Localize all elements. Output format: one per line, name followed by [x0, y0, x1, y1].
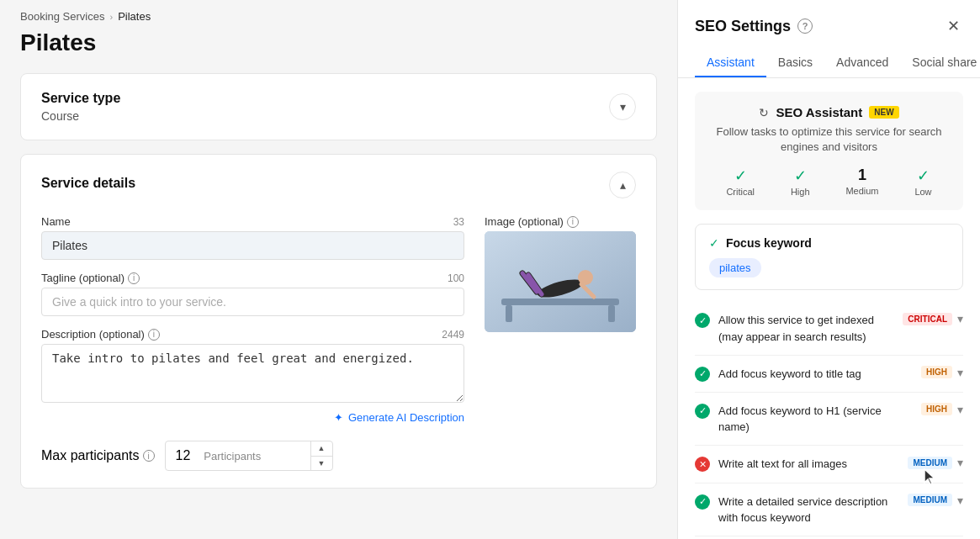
stat-medium-label: Medium [845, 186, 878, 196]
service-image[interactable] [485, 231, 636, 332]
task-item-alt-text: ✕ Write alt text for all images MEDIUM ▾ [695, 446, 963, 483]
task-item-description: ✓ Write a detailed service description w… [695, 484, 963, 536]
service-type-value: Course [41, 109, 120, 123]
check-circle-green-icon: ✓ [695, 313, 710, 328]
stats-row: ✓ Critical ✓ High 1 Medium ✓ Low [708, 166, 950, 197]
tasks-list: ✓ Allow this service to get indexed (may… [695, 302, 963, 539]
service-details-toggle[interactable]: ▴ [609, 172, 636, 198]
task-alt-text-expand[interactable]: ▾ [957, 456, 963, 469]
task-h1-badge: HIGH [921, 403, 952, 415]
svg-rect-2 [506, 305, 512, 322]
chevron-down-icon: ▾ [620, 100, 626, 114]
left-panel: Booking Services › Pilates Pilates Servi… [0, 0, 677, 539]
task-indexing-expand[interactable]: ▾ [957, 312, 963, 325]
stat-high-label: High [791, 187, 810, 197]
task-h1-right: HIGH ▾ [921, 403, 963, 416]
max-participants-info-icon[interactable]: i [143, 450, 155, 462]
stat-critical-label: Critical [726, 187, 755, 197]
breadcrumb-parent[interactable]: Booking Services [20, 10, 104, 23]
task-item-indexing: ✓ Allow this service to get indexed (may… [695, 302, 963, 355]
stat-low: ✓ Low [914, 166, 931, 197]
task-title-tag-right: HIGH ▾ [921, 366, 963, 379]
task-item-title-tag: ✓ Add focus keyword to title tag HIGH ▾ [695, 356, 963, 393]
description-label: Description (optional) [41, 328, 145, 341]
service-details-title: Service details [41, 176, 135, 191]
tagline-label: Tagline (optional) [41, 272, 124, 284]
participants-value-area: 12 Participants [166, 448, 310, 463]
task-title-tag-expand[interactable]: ▾ [957, 366, 963, 379]
task-title-tag-title: Add focus keyword to title tag [718, 367, 861, 380]
check-circle-green-icon-2: ✓ [695, 367, 710, 382]
stat-high-icon: ✓ [791, 166, 810, 185]
generate-ai-button[interactable]: ✦ Generate AI Description [41, 411, 464, 424]
task-alt-text-badge: MEDIUM [908, 457, 952, 469]
service-type-title: Service type [41, 91, 120, 106]
assistant-title: SEO Assistant [776, 105, 862, 119]
assistant-description: Follow tasks to optimize this service fo… [708, 124, 950, 155]
description-info-icon[interactable]: i [148, 329, 160, 341]
focus-keyword-header: ✓ Focus keyword [709, 236, 949, 250]
task-alt-text-right: MEDIUM ▾ [908, 456, 963, 469]
breadcrumb: Booking Services › Pilates [20, 0, 657, 29]
error-circle-red-icon: ✕ [695, 457, 710, 472]
task-h1-content: Add focus keyword to H1 (service name) [718, 403, 913, 435]
participants-label: Participants [204, 450, 261, 462]
close-button[interactable]: ✕ [944, 13, 963, 39]
tab-social-share[interactable]: Social share [900, 49, 980, 77]
task-indexing-right: CRITICAL ▾ [903, 312, 963, 325]
stat-low-label: Low [914, 187, 931, 197]
max-participants-label: Max participants [41, 448, 140, 463]
task-item-h1: ✓ Add focus keyword to H1 (service name)… [695, 393, 963, 446]
seo-header: SEO Settings ? ✕ Assistant Basics Advanc… [678, 0, 980, 78]
seo-help-icon[interactable]: ? [797, 18, 813, 34]
tagline-info-icon[interactable]: i [128, 272, 140, 284]
participants-value: 12 [176, 448, 191, 463]
image-label: Image (optional) [485, 215, 564, 228]
seo-title: SEO Settings ? [695, 18, 813, 35]
new-badge: NEW [869, 106, 898, 119]
tab-assistant[interactable]: Assistant [695, 49, 766, 77]
stat-high: ✓ High [791, 166, 810, 197]
check-circle-green-icon-3: ✓ [695, 404, 710, 419]
name-input[interactable] [41, 231, 464, 260]
tab-advanced[interactable]: Advanced [824, 49, 900, 77]
description-char-count: 2449 [442, 329, 464, 341]
refresh-icon: ↻ [759, 106, 769, 119]
task-description-expand[interactable]: ▾ [957, 494, 963, 507]
service-type-card: Service type Course ▾ [20, 73, 657, 140]
task-indexing-badge: CRITICAL [903, 313, 952, 325]
pilates-image-svg [485, 231, 636, 332]
name-field-label: Name 33 [41, 215, 464, 228]
stepper-up[interactable]: ▲ [311, 441, 332, 457]
image-info-icon[interactable]: i [567, 216, 579, 228]
tab-basics[interactable]: Basics [766, 49, 824, 77]
service-type-toggle[interactable]: ▾ [609, 93, 636, 120]
description-textarea[interactable]: Take intro to pilates and feel great and… [41, 344, 464, 403]
task-indexing-content: Allow this service to get indexed (may a… [718, 312, 894, 344]
stepper-down[interactable]: ▼ [311, 457, 332, 471]
stepper-arrows: ▲ ▼ [310, 441, 332, 470]
focus-keyword-title: Focus keyword [726, 236, 812, 250]
page-title: Pilates [20, 29, 657, 56]
seo-title-text: SEO Settings [695, 18, 791, 35]
task-h1-expand[interactable]: ▾ [957, 403, 963, 416]
task-h1-status: ✓ [695, 404, 710, 419]
task-title-tag-badge: HIGH [921, 366, 952, 378]
participants-stepper[interactable]: 12 Participants ▲ ▼ [165, 441, 333, 471]
name-char-count: 33 [453, 216, 464, 228]
sparkle-icon: ✦ [334, 411, 343, 424]
generate-ai-label: Generate AI Description [348, 411, 464, 424]
svg-rect-1 [501, 299, 619, 305]
breadcrumb-current: Pilates [118, 10, 151, 23]
task-indexing-title: Allow this service to get indexed (may a… [718, 314, 874, 342]
tagline-input[interactable] [41, 288, 464, 316]
task-alt-text-title: Write alt text for all images [718, 457, 847, 470]
assistant-title-row: ↻ SEO Assistant NEW [708, 105, 950, 119]
service-details-card: Service details ▴ Name 33 Tagline (optio… [20, 154, 657, 489]
task-h1-title: Add focus keyword to H1 (service name) [718, 404, 882, 433]
image-field-label: Image (optional) i [485, 215, 636, 228]
image-placeholder [485, 231, 636, 332]
assistant-card: ↻ SEO Assistant NEW Follow tasks to opti… [695, 92, 963, 210]
keyword-tag[interactable]: pilates [709, 258, 761, 277]
task-description-title: Write a detailed service description wit… [718, 495, 887, 524]
